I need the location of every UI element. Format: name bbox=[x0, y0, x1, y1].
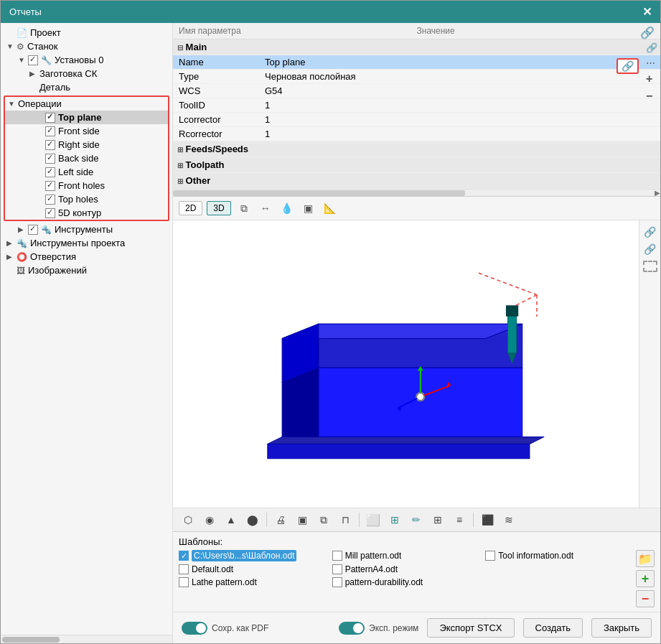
cylinder-btn[interactable]: ⬤ bbox=[243, 511, 262, 528]
props-scroll-right-arrow[interactable]: ▶ bbox=[655, 189, 660, 197]
template-item-4[interactable]: Mill pattern.odt bbox=[332, 551, 477, 561]
toolpath-expand-icon[interactable]: ⊞ bbox=[177, 162, 183, 169]
props-row-rcorrector[interactable]: Rcorrector 1 bbox=[173, 127, 660, 141]
props-link-icon-1[interactable]: 🔗 bbox=[646, 42, 657, 53]
frame2-btn[interactable]: ▣ bbox=[293, 511, 311, 528]
setup0-checkbox[interactable] bbox=[28, 55, 38, 65]
template-checkbox-1[interactable]: ✓ bbox=[179, 551, 189, 561]
tree-item-front-side[interactable]: Front side bbox=[5, 124, 168, 138]
props-scroll-thumb[interactable] bbox=[173, 190, 465, 196]
template-item-1[interactable]: ✓ C:\Users\b...s\Шаблон.odt bbox=[179, 550, 324, 561]
cup-btn[interactable]: ⊓ bbox=[336, 511, 355, 528]
tree-item-setup0[interactable]: ▼ 🔧 Установы 0 bbox=[1, 53, 172, 67]
template-item-6[interactable]: pattern-durability.odt bbox=[332, 577, 477, 587]
template-checkbox-2[interactable] bbox=[179, 564, 189, 574]
drop-view-icon[interactable]: 💧 bbox=[278, 200, 296, 217]
instruments-checkbox[interactable] bbox=[28, 225, 38, 235]
copy2-btn[interactable]: ⧉ bbox=[314, 511, 333, 528]
template-folder-btn[interactable]: 📁 bbox=[636, 550, 655, 567]
cube-wire-btn[interactable]: ⬡ bbox=[179, 511, 197, 528]
other-expand-icon[interactable]: ⊞ bbox=[177, 177, 183, 185]
props-row-name[interactable]: Name Top plane bbox=[173, 55, 660, 70]
template-item-7[interactable]: Tool information.odt bbox=[485, 551, 630, 561]
template-checkbox-7[interactable] bbox=[485, 551, 495, 561]
props-section-toolpath[interactable]: ⊞ Toolpath bbox=[173, 157, 660, 173]
front-side-checkbox[interactable] bbox=[45, 126, 55, 136]
main-expand-icon[interactable]: ⊟ bbox=[177, 44, 183, 52]
left-side-checkbox[interactable] bbox=[45, 167, 55, 177]
name-row-link-button[interactable]: 🔗 bbox=[617, 58, 639, 74]
print-btn[interactable]: 🖨 bbox=[271, 511, 290, 528]
view-btn-2d[interactable]: 2D bbox=[179, 201, 202, 215]
template-checkbox-4[interactable] bbox=[332, 551, 342, 561]
front-holes-checkbox[interactable] bbox=[45, 181, 55, 191]
props-header-link-icon[interactable]: 🔗 bbox=[640, 26, 655, 39]
wave-btn[interactable]: ≋ bbox=[500, 511, 518, 528]
cone-btn[interactable]: ▲ bbox=[222, 511, 240, 528]
close-button[interactable]: ✕ bbox=[642, 5, 652, 19]
view-link2-icon[interactable]: 🔗 bbox=[644, 243, 656, 255]
tree-item-top-plane[interactable]: Top plane bbox=[5, 111, 168, 124]
stack-btn[interactable]: ≡ bbox=[450, 511, 469, 528]
template-checkbox-3[interactable] bbox=[179, 577, 189, 587]
props-section-feeds[interactable]: ⊞ Feeds/Speeds bbox=[173, 141, 660, 157]
save-pdf-toggle[interactable] bbox=[182, 622, 207, 635]
props-minus-icon[interactable]: − bbox=[646, 90, 657, 103]
props-scrollbar[interactable]: ▶ bbox=[173, 189, 660, 196]
pencil-btn[interactable]: ✏ bbox=[407, 511, 426, 528]
template-item-5[interactable]: PatternA4.odt bbox=[332, 564, 477, 574]
tree-item-detail[interactable]: Деталь bbox=[1, 80, 172, 94]
left-scrollbar-thumb[interactable] bbox=[2, 637, 60, 643]
split-btn[interactable]: ⊞ bbox=[385, 511, 404, 528]
top-holes-checkbox[interactable] bbox=[45, 195, 55, 205]
close-dialog-button[interactable]: Закрыть bbox=[591, 618, 652, 638]
props-row-lcorrector[interactable]: Lcorrector 1 bbox=[173, 113, 660, 127]
teal-cyl-btn[interactable]: ⬜ bbox=[364, 511, 383, 528]
operations-header[interactable]: ▼ Операции bbox=[5, 97, 168, 111]
export-mode-toggle[interactable] bbox=[339, 622, 365, 635]
create-button[interactable]: Создать bbox=[523, 618, 583, 638]
tree-item-front-holes[interactable]: Front holes bbox=[5, 179, 168, 192]
copy-view-icon[interactable]: ⧉ bbox=[235, 200, 253, 217]
measure-view-icon[interactable]: 📐 bbox=[322, 200, 339, 217]
tree-item-top-holes[interactable]: Top holes bbox=[5, 192, 168, 206]
template-checkbox-5[interactable] bbox=[332, 564, 342, 574]
right-side-checkbox[interactable] bbox=[45, 140, 55, 150]
template-remove-btn[interactable]: − bbox=[636, 590, 655, 607]
tree-item-images[interactable]: 🖼 Изображений bbox=[1, 263, 172, 277]
back-side-checkbox[interactable] bbox=[45, 154, 55, 164]
template-item-2[interactable]: Default.odt bbox=[179, 564, 324, 574]
arrows-view-icon[interactable]: ↔ bbox=[257, 200, 274, 217]
5d-contour-checkbox[interactable] bbox=[45, 208, 55, 218]
template-item-3[interactable]: Lathe pattern.odt bbox=[179, 577, 324, 587]
tree-item-right-side[interactable]: Right side bbox=[5, 138, 168, 151]
table-btn[interactable]: ⊞ bbox=[428, 511, 447, 528]
view-btn-3d[interactable]: 3D bbox=[207, 201, 230, 215]
feeds-expand-icon[interactable]: ⊞ bbox=[177, 146, 183, 154]
view-canvas[interactable] bbox=[173, 220, 639, 508]
props-row-toolid[interactable]: ToolID 1 bbox=[173, 98, 660, 113]
tree-item-instruments[interactable]: ▶ 🔩 Инструменты bbox=[1, 223, 172, 236]
props-section-other[interactable]: ⊞ Other bbox=[173, 173, 660, 189]
tree-item-project-instruments[interactable]: ▶ 🔩 Инструменты проекта bbox=[1, 236, 172, 250]
sphere-btn[interactable]: ◉ bbox=[200, 511, 219, 528]
props-dots-icon[interactable]: ⋯ bbox=[646, 57, 657, 68]
tree-item-back-side[interactable]: Back side bbox=[5, 151, 168, 165]
props-row-type[interactable]: Type Черновая послойная bbox=[173, 70, 660, 84]
props-section-main[interactable]: ⊟ Main bbox=[173, 39, 660, 55]
props-plus-icon[interactable]: + bbox=[646, 73, 657, 85]
tree-item-5d-contour[interactable]: 5D контур bbox=[5, 206, 168, 220]
tree-item-blank[interactable]: ▶ Заготовка СК bbox=[1, 67, 172, 80]
tree-item-machine[interactable]: ▼ ⚙ Станок bbox=[1, 39, 172, 53]
tree-item-holes[interactable]: ▶ ⭕ Отверстия bbox=[1, 250, 172, 263]
props-row-wcs[interactable]: WCS G54 bbox=[173, 84, 660, 98]
export-stcx-button[interactable]: Экспорт STCX bbox=[427, 618, 514, 638]
template-add-btn[interactable]: + bbox=[636, 570, 655, 587]
layer-btn[interactable]: ⬛ bbox=[478, 511, 497, 528]
tree-item-project[interactable]: 📄 Проект bbox=[1, 26, 172, 39]
tree-item-left-side[interactable]: Left side bbox=[5, 165, 168, 179]
view-screenshot-icon[interactable] bbox=[643, 261, 657, 272]
left-scrollbar[interactable] bbox=[1, 635, 172, 643]
frame-view-icon[interactable]: ▣ bbox=[300, 200, 317, 217]
top-plane-checkbox[interactable] bbox=[45, 113, 55, 123]
